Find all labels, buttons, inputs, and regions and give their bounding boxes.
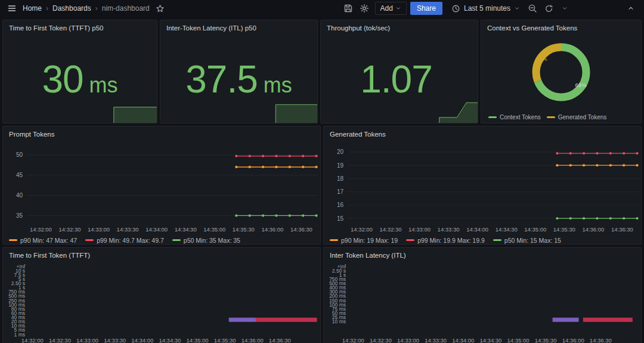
svg-text:16: 16 bbox=[337, 202, 344, 208]
panel-itl-p50: Inter-Token Latency (ITL) p50 37.5 ms bbox=[160, 20, 318, 123]
nav-actions: Add Share Last 5 minutes bbox=[341, 1, 638, 16]
svg-text:14:32:00: 14:32:00 bbox=[30, 226, 52, 233]
breadcrumb-home[interactable]: Home bbox=[23, 4, 42, 13]
menu-toggle-button[interactable] bbox=[5, 1, 19, 16]
panel-title[interactable]: Inter Token Latency (ITL) bbox=[324, 248, 641, 262]
svg-text:14:34:00: 14:34:00 bbox=[466, 226, 488, 233]
timeseries-chart[interactable]: 15161718192014:32:0014:32:3014:33:0014:3… bbox=[324, 141, 641, 236]
save-icon bbox=[343, 4, 353, 13]
time-range-picker[interactable]: Last 5 minutes bbox=[448, 2, 524, 15]
dashboard-row-1: Time to First Token (TTFT) p50 30 ms Int… bbox=[2, 20, 642, 123]
timeseries-chart[interactable]: 3540455014:32:0014:32:3014:33:0014:33:30… bbox=[3, 141, 320, 236]
legend-item[interactable]: p99 Min: 19.9 Max: 19.9 bbox=[406, 237, 485, 244]
stat-sparkline bbox=[3, 101, 157, 123]
donut-legend: Context TokensGenerated Tokens bbox=[481, 112, 641, 123]
collapse-toolbar-button[interactable] bbox=[624, 1, 638, 16]
panel-title[interactable]: Context vs Generated Tokens bbox=[481, 20, 641, 35]
svg-text:14:32:30: 14:32:30 bbox=[49, 337, 71, 343]
breadcrumb-separator: › bbox=[46, 4, 48, 13]
svg-text:14:36:30: 14:36:30 bbox=[269, 337, 291, 343]
svg-text:14:33:00: 14:33:00 bbox=[88, 226, 110, 233]
svg-text:15: 15 bbox=[337, 215, 344, 222]
svg-text:35: 35 bbox=[16, 212, 23, 219]
breadcrumb-dashboards[interactable]: Dashboards bbox=[52, 4, 91, 13]
legend-item[interactable]: p90 Min: 47 Max: 47 bbox=[9, 237, 77, 244]
svg-text:14:33:00: 14:33:00 bbox=[76, 337, 98, 343]
stat-body: 37.5 ms bbox=[160, 35, 317, 123]
heatmap-chart[interactable]: +Inf10 s7.5 s5 s2.50 s1 s750 ms500 ms250… bbox=[3, 262, 320, 343]
panel-prompt-tokens: Prompt Tokens 3540455014:32:0014:32:3014… bbox=[2, 126, 321, 245]
svg-text:14:34:00: 14:34:00 bbox=[131, 337, 153, 343]
chevron-up-icon bbox=[627, 4, 635, 13]
svg-text:14:35:30: 14:35:30 bbox=[535, 337, 557, 343]
legend-label: p50 Min: 15 Max: 15 bbox=[504, 237, 561, 244]
panel-title[interactable]: Throughput (tok/sec) bbox=[321, 20, 478, 35]
svg-text:14:36:30: 14:36:30 bbox=[611, 226, 633, 233]
zoom-out-time-button[interactable] bbox=[525, 1, 540, 16]
panel-title[interactable]: Prompt Tokens bbox=[3, 126, 320, 141]
svg-text:14:34:30: 14:34:30 bbox=[479, 337, 501, 343]
zoom-out-icon bbox=[528, 4, 537, 13]
stat-unit: ms bbox=[89, 73, 118, 98]
svg-text:14:35:00: 14:35:00 bbox=[187, 337, 209, 343]
top-nav: Home › Dashboards › nim-dashboard Add Sh… bbox=[0, 0, 644, 17]
svg-text:45: 45 bbox=[16, 172, 23, 178]
stat-body: 30 ms bbox=[3, 35, 157, 123]
svg-text:1 ms: 1 ms bbox=[14, 332, 25, 338]
panel-title[interactable]: Time to First Token (TTFT) bbox=[3, 248, 320, 262]
panel-title[interactable]: Inter-Token Latency (ITL) p50 bbox=[160, 20, 317, 35]
svg-text:50: 50 bbox=[16, 152, 23, 158]
svg-text:14:32:30: 14:32:30 bbox=[370, 337, 392, 343]
svg-text:31%: 31% bbox=[535, 55, 547, 62]
stat-sparkline bbox=[160, 101, 317, 123]
svg-text:14:36:30: 14:36:30 bbox=[290, 226, 312, 233]
favorite-star-button[interactable] bbox=[153, 1, 168, 16]
svg-text:10 ms: 10 ms bbox=[332, 319, 346, 325]
svg-text:14:32:30: 14:32:30 bbox=[379, 226, 401, 233]
svg-text:14:35:30: 14:35:30 bbox=[214, 337, 236, 343]
breadcrumb-current: nim-dashboard bbox=[102, 4, 150, 13]
svg-text:14:33:30: 14:33:30 bbox=[438, 226, 460, 233]
dashboard-settings-button[interactable] bbox=[357, 1, 371, 16]
save-dashboard-button[interactable] bbox=[341, 1, 355, 16]
panel-title[interactable]: Generated Tokens bbox=[324, 126, 641, 141]
timeseries-legend: p90 Min: 19 Max: 19p99 Min: 19.9 Max: 19… bbox=[324, 236, 641, 245]
panel-ttft-p50: Time to First Token (TTFT) p50 30 ms bbox=[2, 20, 157, 123]
panel-itl-heatmap: Inter Token Latency (ITL) +Inf2.50 s1 s7… bbox=[323, 247, 642, 343]
legend-item[interactable]: p99 Min: 49.7 Max: 49.7 bbox=[85, 237, 164, 244]
share-button[interactable]: Share bbox=[410, 2, 442, 15]
legend-item[interactable]: Context Tokens bbox=[488, 114, 541, 120]
legend-item[interactable]: p50 Min: 15 Max: 15 bbox=[493, 237, 561, 244]
panel-generated-tokens: Generated Tokens 15161718192014:32:0014:… bbox=[323, 126, 642, 245]
svg-text:14:36:00: 14:36:00 bbox=[242, 337, 264, 343]
refresh-button[interactable] bbox=[541, 1, 556, 16]
legend-label: p90 Min: 19 Max: 19 bbox=[341, 237, 398, 244]
panel-throughput: Throughput (tok/sec) 1.07 bbox=[320, 20, 478, 123]
stat-value: 1.07 bbox=[360, 60, 438, 98]
heatmap-chart[interactable]: +Inf2.50 s1 s750 ms500 ms400 ms300 ms200… bbox=[324, 262, 641, 343]
refresh-interval-dropdown[interactable] bbox=[558, 1, 572, 16]
svg-text:14:34:00: 14:34:00 bbox=[145, 226, 168, 233]
svg-text:14:33:00: 14:33:00 bbox=[408, 226, 431, 233]
star-icon bbox=[156, 4, 165, 13]
legend-item[interactable]: p90 Min: 19 Max: 19 bbox=[330, 237, 398, 244]
svg-text:14:36:00: 14:36:00 bbox=[261, 226, 283, 233]
chevron-down-icon bbox=[395, 5, 401, 11]
svg-text:14:36:00: 14:36:00 bbox=[582, 226, 604, 233]
donut-chart[interactable]: 69%31% bbox=[481, 35, 641, 112]
legend-item[interactable]: Generated Tokens bbox=[547, 114, 607, 120]
legend-label: Generated Tokens bbox=[558, 114, 607, 120]
svg-text:14:34:00: 14:34:00 bbox=[452, 337, 474, 343]
stat-value: 30 ms bbox=[42, 60, 117, 98]
svg-text:14:36:30: 14:36:30 bbox=[590, 337, 612, 343]
panel-title[interactable]: Time to First Token (TTFT) p50 bbox=[3, 20, 157, 35]
legend-item[interactable]: p50 Min: 35 Max: 35 bbox=[172, 237, 240, 244]
stat-unit: ms bbox=[264, 73, 292, 98]
gear-icon bbox=[360, 4, 369, 13]
stat-number: 1.07 bbox=[360, 60, 432, 98]
svg-text:17: 17 bbox=[337, 189, 344, 195]
add-button[interactable]: Add bbox=[375, 2, 407, 15]
svg-text:14:32:00: 14:32:00 bbox=[351, 226, 373, 233]
stat-value: 37.5 ms bbox=[185, 60, 292, 98]
stat-sparkline bbox=[321, 101, 478, 123]
